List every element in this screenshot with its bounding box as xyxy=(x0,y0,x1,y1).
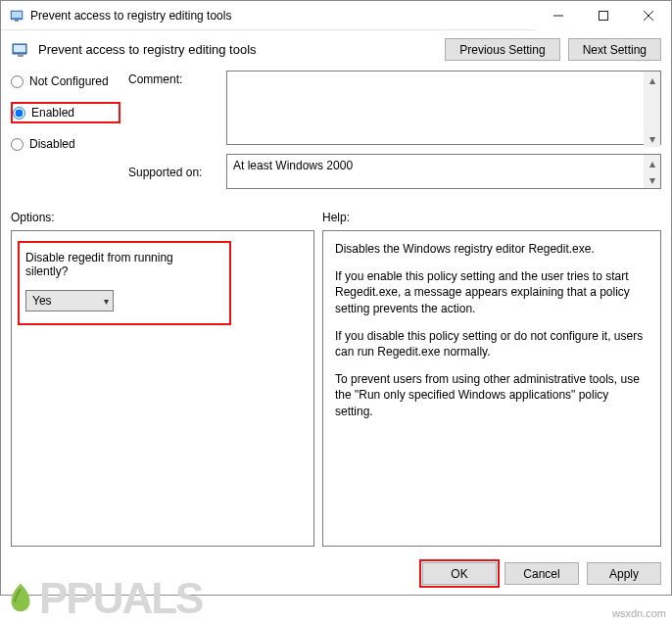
option-combo-value: Yes xyxy=(32,294,52,308)
help-paragraph: To prevent users from using other admini… xyxy=(335,371,648,419)
options-panel: Disable regedit from running silently? Y… xyxy=(11,230,314,547)
svg-rect-5 xyxy=(14,45,25,52)
previous-setting-button[interactable]: Previous Setting xyxy=(445,38,559,61)
options-label: Options: xyxy=(11,211,322,224)
state-radio-group: Not Configured Enabled Disabled xyxy=(11,71,128,153)
cancel-button[interactable]: Cancel xyxy=(504,562,579,585)
minimize-button[interactable] xyxy=(536,1,581,30)
source-watermark: wsxdn.com xyxy=(612,607,666,619)
header-title: Prevent access to registry editing tools xyxy=(38,42,437,57)
supported-scrollbar[interactable]: ▴ ▾ xyxy=(644,155,660,188)
window-title: Prevent access to registry editing tools xyxy=(30,9,536,23)
policy-header-icon xyxy=(11,40,30,60)
radio-disabled-label: Disabled xyxy=(29,137,75,151)
option-combo[interactable]: Yes ▾ xyxy=(25,290,114,312)
maximize-button[interactable] xyxy=(581,1,626,30)
ok-button[interactable]: OK xyxy=(422,562,497,585)
panels-row: Disable regedit from running silently? Y… xyxy=(1,230,671,554)
next-setting-button[interactable]: Next Setting xyxy=(568,38,661,61)
policy-editor-window: Prevent access to registry editing tools… xyxy=(0,0,672,596)
supported-on-label: Supported on: xyxy=(128,164,226,179)
close-button[interactable] xyxy=(626,1,671,30)
chevron-down-icon: ▾ xyxy=(104,296,109,307)
policy-icon xyxy=(9,8,24,24)
options-highlight: Disable regedit from running silently? Y… xyxy=(18,241,231,325)
svg-rect-3 xyxy=(600,11,608,20)
radio-enabled-label: Enabled xyxy=(31,106,74,120)
scroll-up-icon: ▴ xyxy=(644,155,660,171)
option-question: Disable regedit from running silently? xyxy=(25,251,214,278)
svg-rect-6 xyxy=(18,54,24,57)
svg-rect-2 xyxy=(15,20,19,22)
comment-textarea[interactable] xyxy=(226,71,661,145)
radio-disabled[interactable]: Disabled xyxy=(11,135,128,153)
config-area: Not Configured Enabled Disabled Comment:… xyxy=(1,71,671,201)
header-row: Prevent access to registry editing tools… xyxy=(1,30,671,71)
radio-disabled-input[interactable] xyxy=(11,138,24,151)
comment-scrollbar[interactable]: ▴ ▾ xyxy=(644,72,660,147)
help-paragraph: If you enable this policy setting and th… xyxy=(335,268,648,316)
footer-buttons: OK Cancel Apply xyxy=(1,554,671,595)
scroll-down-icon: ▾ xyxy=(644,130,660,147)
help-label: Help: xyxy=(322,211,350,224)
radio-not-configured-input[interactable] xyxy=(11,75,24,88)
scroll-up-icon: ▴ xyxy=(644,72,660,88)
radio-enabled-input[interactable] xyxy=(13,107,25,120)
titlebar: Prevent access to registry editing tools xyxy=(1,1,671,30)
apply-button[interactable]: Apply xyxy=(587,562,661,585)
help-panel: Disables the Windows registry editor Reg… xyxy=(322,230,661,547)
help-paragraph: Disables the Windows registry editor Reg… xyxy=(335,241,648,257)
section-labels: Options: Help: xyxy=(1,201,671,230)
comment-label: Comment: xyxy=(128,71,226,86)
radio-not-configured-label: Not Configured xyxy=(29,74,109,88)
svg-rect-1 xyxy=(12,12,22,18)
radio-enabled[interactable]: Enabled xyxy=(11,102,120,123)
help-paragraph: If you disable this policy setting or do… xyxy=(335,328,648,359)
radio-not-configured[interactable]: Not Configured xyxy=(11,72,128,90)
supported-on-value: At least Windows 2000 xyxy=(226,154,661,189)
scroll-down-icon: ▾ xyxy=(644,171,660,188)
